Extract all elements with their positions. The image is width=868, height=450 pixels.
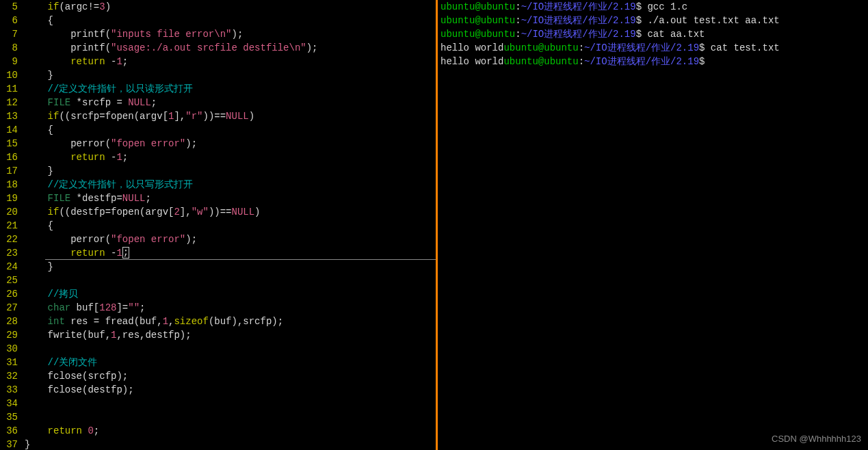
line-number: 6 (0, 14, 18, 27)
code-line[interactable]: perror("fopen error"); (25, 233, 436, 246)
code-line[interactable] (25, 397, 436, 410)
line-number: 26 (0, 287, 18, 301)
line-number: 17 (0, 164, 18, 178)
line-number: 36 (0, 424, 18, 438)
line-number: 30 (0, 342, 18, 356)
line-number: 10 (0, 68, 18, 82)
line-number: 5 (0, 0, 18, 14)
line-number: 12 (0, 96, 18, 109)
code-line[interactable]: printf("usage:./a.out srcfile destfile\n… (25, 41, 436, 55)
line-number: 37 (0, 438, 18, 450)
code-line[interactable]: fclose(srcfp); (25, 369, 436, 383)
code-line[interactable]: //拷贝 (25, 287, 436, 301)
line-number: 22 (0, 233, 18, 246)
code-line[interactable]: if((destfp=fopen(argv[2],"w"))==NULL) (25, 205, 436, 219)
line-number: 25 (0, 274, 18, 287)
line-number: 33 (0, 383, 18, 397)
line-number: 18 (0, 178, 18, 191)
line-number: 34 (0, 397, 18, 410)
line-number: 8 (0, 41, 18, 55)
code-line[interactable]: FILE *srcfp = NULL; (25, 96, 436, 109)
line-number: 24 (0, 260, 18, 274)
line-number: 16 (0, 150, 18, 164)
code-line[interactable] (25, 410, 436, 424)
code-line[interactable] (25, 342, 436, 356)
line-number: 15 (0, 137, 18, 150)
line-number: 32 (0, 369, 18, 383)
line-number: 7 (0, 27, 18, 41)
line-number: 13 (0, 109, 18, 123)
line-number: 29 (0, 328, 18, 342)
code-line[interactable]: } (25, 260, 436, 274)
code-line[interactable]: } (25, 438, 436, 450)
code-line[interactable]: fclose(destfp); (25, 383, 436, 397)
split-container: 5678910111213141516171819202122232425262… (0, 0, 868, 450)
line-number: 31 (0, 356, 18, 369)
code-line[interactable]: return 0; (25, 424, 436, 438)
code-line[interactable]: //定义文件指针，以只读形式打开 (25, 82, 436, 96)
cursor: ; (122, 247, 129, 259)
terminal-line[interactable]: ubuntu@ubuntu:~/IO进程线程/作业/2.19$ ./a.out … (440, 14, 865, 27)
watermark: CSDN @Whhhhhh123 (772, 432, 861, 446)
code-line[interactable]: //定义文件指针，以只写形式打开 (25, 178, 436, 191)
code-line[interactable]: char buf[128]=""; (25, 301, 436, 315)
terminal-line[interactable]: ubuntu@ubuntu:~/IO进程线程/作业/2.19$ gcc 1.c (440, 0, 865, 14)
code-line[interactable]: if((srcfp=fopen(argv[1],"r"))==NULL) (25, 109, 436, 123)
code-line[interactable]: } (25, 164, 436, 178)
code-line[interactable]: { (25, 219, 436, 233)
line-number: 21 (0, 219, 18, 233)
editor-pane[interactable]: 5678910111213141516171819202122232425262… (0, 0, 436, 450)
code-line[interactable]: { (25, 123, 436, 137)
terminal-pane[interactable]: ubuntu@ubuntu:~/IO进程线程/作业/2.19$ gcc 1.cu… (438, 0, 868, 450)
line-number: 27 (0, 301, 18, 315)
line-number: 28 (0, 315, 18, 328)
code-line[interactable]: //关闭文件 (25, 356, 436, 369)
code-line[interactable]: fwrite(buf,1,res,destfp); (25, 328, 436, 342)
code-line[interactable]: return -1; (25, 246, 436, 260)
code-line[interactable]: } (25, 68, 436, 82)
code-line[interactable]: perror("fopen error"); (25, 137, 436, 150)
terminal-line[interactable]: hello worldubuntu@ubuntu:~/IO进程线程/作业/2.1… (440, 55, 865, 68)
code-line[interactable]: int res = fread(buf,1,sizeof(buf),srcfp)… (25, 315, 436, 328)
code-line[interactable]: { (25, 14, 436, 27)
terminal-line[interactable]: ubuntu@ubuntu:~/IO进程线程/作业/2.19$ cat aa.t… (440, 27, 865, 41)
code-line[interactable]: printf("inputs file error\n"); (25, 27, 436, 41)
code-line[interactable]: return -1; (25, 150, 436, 164)
line-number: 20 (0, 205, 18, 219)
terminal-line[interactable]: hello worldubuntu@ubuntu:~/IO进程线程/作业/2.1… (440, 41, 865, 55)
line-number: 23 (0, 246, 18, 260)
line-number-gutter: 5678910111213141516171819202122232425262… (0, 0, 21, 450)
code-line[interactable]: return -1; (25, 55, 436, 68)
line-number: 14 (0, 123, 18, 137)
line-number: 19 (0, 191, 18, 205)
code-area[interactable]: if(argc!=3) { printf("inputs file error\… (25, 0, 436, 450)
code-line[interactable] (25, 274, 436, 287)
line-number: 11 (0, 82, 18, 96)
code-line[interactable]: if(argc!=3) (25, 0, 436, 14)
line-number: 9 (0, 55, 18, 68)
code-line[interactable]: FILE *destfp=NULL; (25, 191, 436, 205)
line-number: 35 (0, 410, 18, 424)
